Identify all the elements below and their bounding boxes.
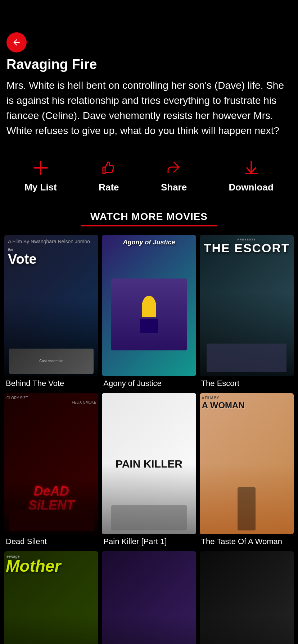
share-button[interactable]: Share	[161, 160, 187, 193]
download-icon	[243, 160, 259, 178]
movie-poster: PAIN KILLER	[102, 393, 196, 534]
movie-title-taste-of-a-woman: The Taste Of A Woman	[200, 534, 294, 548]
rate-button[interactable]: Rate	[99, 160, 119, 193]
movie-title-behind-the-vote: Behind The Vote	[4, 376, 98, 390]
movie-title-dead-silent: Dead Silent	[4, 534, 98, 548]
movie-card-pain-killer[interactable]: PAIN KILLER Pain Killer [Part 1]	[102, 393, 196, 548]
back-button[interactable]	[6, 32, 27, 52]
movie-poster: A FILM BY A WOMAN	[200, 393, 294, 534]
rate-label: Rate	[99, 182, 119, 193]
header: Ravaging Fire Mrs. White is hell bent on…	[0, 29, 298, 153]
watch-more-heading: WATCH MORE MOVIES	[0, 211, 298, 222]
section-underline	[81, 225, 217, 226]
thumbs-up-icon	[101, 160, 117, 178]
movie-poster: GLORY SIZE FELIX OMOKE DeADSiLENT	[4, 393, 98, 534]
movie-description: Mrs. White is hell bent on controlling h…	[6, 78, 292, 138]
plus-icon	[33, 160, 49, 178]
movie-poster	[102, 551, 196, 644]
share-label: Share	[161, 182, 187, 193]
action-bar: My List Rate Share Download	[0, 153, 298, 204]
movies-grid: A Film By Nwangbara Nelson Jombo the Vot…	[0, 229, 298, 644]
movie-poster: Agony of Justice	[102, 235, 196, 376]
section-header: WATCH MORE MOVIES	[0, 204, 298, 229]
movie-card-mother[interactable]: eenage Mother Mother	[4, 551, 98, 644]
movie-poster: PRESENTS THE ESCORT	[200, 235, 294, 376]
movie-title-pain-killer: Pain Killer [Part 1]	[102, 534, 196, 548]
movie-card-taste-of-a-woman[interactable]: A FILM BY A WOMAN The Taste Of A Woman	[200, 393, 294, 548]
download-label: Download	[229, 182, 274, 193]
movie-card-9[interactable]	[200, 551, 294, 644]
download-button[interactable]: Download	[229, 160, 274, 193]
movie-title-agony-of-justice: Agony of Justice	[102, 376, 196, 390]
movie-card-dead-silent[interactable]: GLORY SIZE FELIX OMOKE DeADSiLENT Dead S…	[4, 393, 98, 548]
movie-title-the-escort: The Escort	[200, 376, 294, 390]
movie-card-agony-of-justice[interactable]: Agony of Justice Agony of Justice	[102, 235, 196, 390]
movie-card-behind-the-vote[interactable]: A Film By Nwangbara Nelson Jombo the Vot…	[4, 235, 98, 390]
movie-poster: eenage Mother	[4, 551, 98, 644]
movie-card-the-escort[interactable]: PRESENTS THE ESCORT The Escort	[200, 235, 294, 390]
movie-poster: A Film By Nwangbara Nelson Jombo the Vot…	[4, 235, 98, 376]
share-icon	[166, 160, 182, 178]
my-list-button[interactable]: My List	[24, 160, 57, 193]
movie-card-8[interactable]	[102, 551, 196, 644]
movie-poster	[200, 551, 294, 644]
status-bar	[0, 0, 298, 29]
movie-title: Ravaging Fire	[6, 57, 292, 72]
my-list-label: My List	[24, 182, 57, 193]
